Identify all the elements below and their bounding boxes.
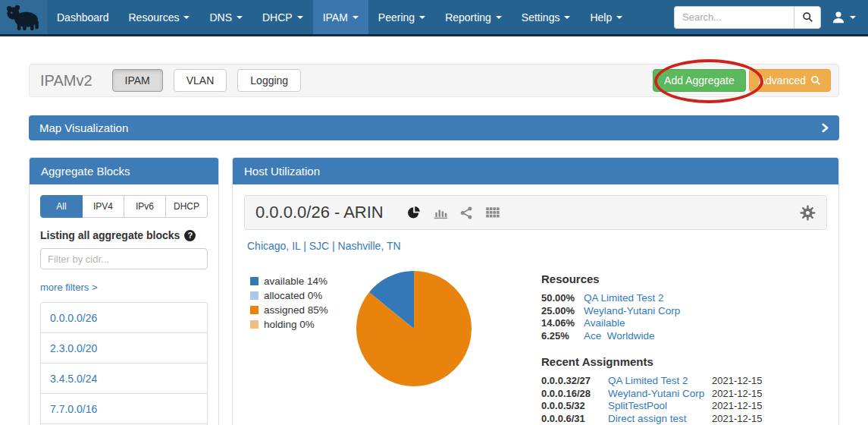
legend-swatch-allocated — [250, 291, 259, 300]
nav-item-settings[interactable]: Settings — [512, 0, 581, 34]
resource-row: 6.25%Ace Worldwide — [541, 330, 772, 343]
legend-label: holding 0% — [264, 317, 315, 332]
user-icon — [832, 11, 845, 24]
cidr-filter-input[interactable] — [40, 248, 208, 269]
nav-item-label: DNS — [209, 11, 232, 24]
resources-heading: Resources — [541, 272, 772, 285]
resource-row: 25.00%Weyland-Yutani Corp — [541, 305, 772, 318]
nav-item-label: Reporting — [445, 11, 491, 24]
host-utilization-panel: Host Utilization 0.0.0.0/26 - ARIN — [232, 157, 839, 425]
navbar-right — [674, 0, 868, 34]
nav-item-label: Settings — [522, 11, 560, 24]
main-menu: DashboardResourcesDNSDHCPIPAMPeeringRepo… — [47, 0, 632, 34]
caret-down-icon — [183, 16, 190, 19]
agg-tab-all[interactable]: All — [40, 195, 83, 218]
legend-swatch-available — [250, 277, 259, 285]
nav-item-label: DHCP — [262, 11, 293, 24]
utilization-pie-chart — [356, 271, 472, 386]
agg-tab-dhcp[interactable]: DHCP — [166, 195, 208, 218]
aggregate-block-item[interactable]: 7.7.0.0/16 — [41, 394, 207, 424]
assignment-row: 0.0.0.6/31Direct assign test2021-12-15 — [541, 413, 772, 425]
panda-logo[interactable] — [0, 0, 47, 34]
grid-icon — [485, 205, 500, 220]
nav-item-dhcp[interactable]: DHCP — [252, 0, 313, 34]
strip-actions: Add Aggregate Advanced — [653, 69, 831, 92]
view-tab-vlan[interactable]: VLAN — [174, 69, 227, 92]
view-tab-ipam[interactable]: IPAM — [112, 69, 163, 92]
settings-button[interactable] — [800, 205, 816, 221]
nav-item-resources[interactable]: Resources — [119, 0, 200, 34]
nav-item-label: IPAM — [323, 11, 348, 24]
resource-row: 14.06%Available — [541, 317, 772, 330]
advanced-search-button[interactable]: Advanced — [749, 69, 831, 92]
aggregate-block-item[interactable]: 2.3.0.0/20 — [41, 333, 207, 364]
host-utilization-heading: Host Utilization — [233, 158, 838, 184]
gear-icon — [800, 205, 816, 221]
resource-link[interactable]: Ace Worldwide — [584, 330, 655, 343]
nav-item-reporting[interactable]: Reporting — [435, 0, 512, 34]
legend-label: allocated 0% — [264, 288, 322, 303]
nav-item-dns[interactable]: DNS — [199, 0, 252, 34]
utilization-toolbar: 0.0.0.0/26 - ARIN — [244, 195, 827, 230]
resource-percent: 25.00% — [541, 305, 584, 318]
view-switcher — [406, 205, 500, 220]
map-visualization-title: Map Visualization — [39, 121, 128, 134]
bar-chart-view-button[interactable] — [433, 205, 448, 220]
assignment-row: 0.0.0.16/28Weyland-Yutani Corp2021-12-15 — [541, 388, 772, 401]
view-tab-logging[interactable]: Logging — [237, 69, 301, 92]
agg-tab-ipv4[interactable]: IPV4 — [83, 195, 124, 218]
recent-assignments-list: 0.0.0.32/27QA Limited Test 22021-12-150.… — [541, 375, 772, 425]
nav-item-dashboard[interactable]: Dashboard — [47, 0, 119, 34]
aggregate-filter-tabs: AllIPV4IPv6DHCP — [40, 195, 208, 218]
resource-link[interactable]: Weyland-Yutani Corp — [584, 305, 680, 318]
caret-down-icon — [297, 16, 303, 19]
assignment-link[interactable]: SplitTestPool — [608, 400, 712, 413]
panda-logo-icon — [3, 2, 44, 33]
assignment-cidr: 0.0.0.16/28 — [541, 388, 608, 401]
caret-down-icon — [237, 16, 243, 19]
more-filters-link[interactable]: more filters > — [40, 282, 208, 293]
search-icon — [810, 75, 821, 86]
legend-label: assigned 85% — [264, 303, 328, 317]
add-aggregate-button[interactable]: Add Aggregate — [653, 69, 746, 92]
search-input[interactable] — [674, 6, 794, 29]
agg-tab-ipv6[interactable]: IPv6 — [124, 195, 166, 218]
nav-item-peering[interactable]: Peering — [368, 0, 435, 34]
share-view-button[interactable] — [459, 206, 474, 220]
legend-swatch-holding — [250, 320, 259, 329]
view-tabs: IPAMVLANLogging — [112, 69, 312, 92]
aggregate-block-list: 0.0.0.0/262.3.0.0/203.4.5.0/247.7.0.0/16 — [40, 302, 208, 425]
page-title: IPAMv2 — [40, 72, 92, 90]
nav-item-ipam[interactable]: IPAM — [313, 0, 368, 34]
search-button[interactable] — [794, 6, 821, 29]
caret-down-icon — [564, 16, 570, 19]
grid-view-button[interactable] — [485, 205, 500, 220]
resource-percent: 6.25% — [541, 330, 584, 343]
top-navbar: DashboardResourcesDNSDHCPIPAMPeeringRepo… — [0, 0, 868, 36]
assignment-row: 0.0.0.32/27QA Limited Test 22021-12-15 — [541, 375, 772, 388]
assignment-cidr: 0.0.0.5/32 — [541, 400, 608, 413]
help-icon[interactable] — [184, 230, 196, 241]
aggregate-block-item[interactable]: 0.0.0.0/26 — [41, 303, 207, 333]
user-menu[interactable] — [832, 11, 856, 24]
map-visualization-bar[interactable]: Map Visualization — [29, 115, 839, 140]
location-links[interactable]: Chicago, IL | SJC | Nashville, TN — [247, 240, 827, 252]
assignment-link[interactable]: Direct assign test — [608, 413, 712, 425]
resource-link[interactable]: Available — [584, 317, 625, 330]
assignment-link[interactable]: QA Limited Test 2 — [608, 375, 712, 388]
resource-link[interactable]: QA Limited Test 2 — [584, 292, 664, 305]
recent-assignments-heading: Recent Assignments — [541, 355, 772, 368]
assignment-link[interactable]: Weyland-Yutani Corp — [608, 388, 712, 401]
pie-chart-view-button[interactable] — [406, 205, 421, 220]
legend-label: available 14% — [264, 274, 327, 288]
aggregate-block-item[interactable]: 3.4.5.0/24 — [41, 364, 207, 394]
chevron-right-icon — [822, 123, 829, 133]
ipam-header-strip: IPAMv2 IPAMVLANLogging Add Aggregate Adv… — [29, 64, 839, 97]
assignment-date: 2021-12-15 — [712, 375, 772, 388]
nav-item-help[interactable]: Help — [580, 0, 632, 34]
listing-label: Listing all aggregate blocks — [40, 229, 180, 241]
assignment-date: 2021-12-15 — [712, 413, 772, 425]
legend-item-available: available 14% — [250, 274, 356, 288]
block-title: 0.0.0.0/26 - ARIN — [255, 203, 384, 222]
global-search — [674, 6, 821, 29]
